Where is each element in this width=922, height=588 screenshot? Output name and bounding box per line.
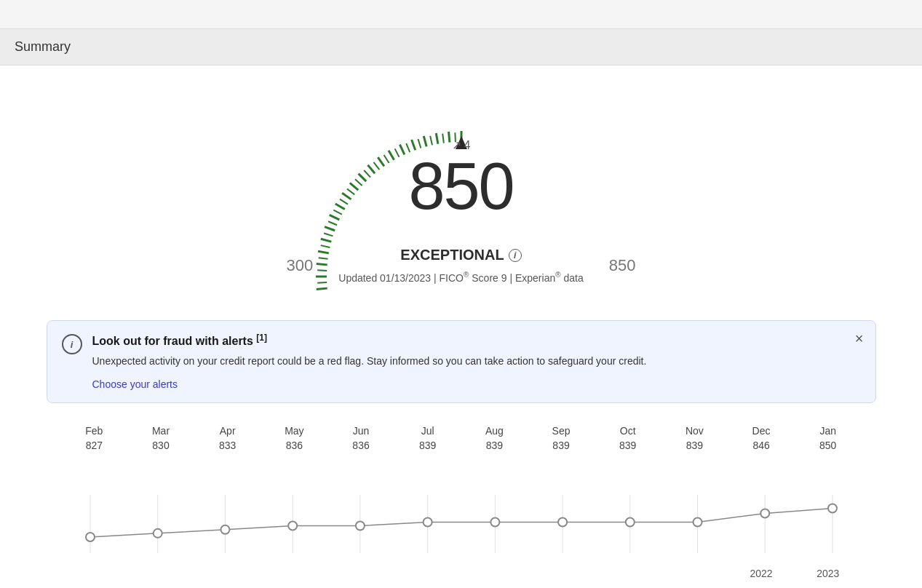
chart-month-col: Feb 827 (61, 425, 128, 495)
svg-line-28 (367, 165, 375, 173)
chart-container: Feb 827 Mar 830 Apr 833 May 836 Jun 836 … (47, 418, 876, 588)
chart-month-col: Mar 830 (127, 425, 194, 495)
svg-line-24 (335, 204, 344, 210)
top-nav (0, 0, 922, 29)
chart-dot (220, 525, 229, 534)
month-score: 833 (219, 440, 236, 451)
chart-month-col: Nov 839 (661, 425, 728, 495)
summary-header: Summary (0, 29, 922, 65)
updated-text: Updated 01/13/2023 | FICO® Score 9 | Exp… (338, 271, 583, 284)
chart-month-col: Aug 839 (461, 425, 528, 495)
chart-dot (760, 509, 769, 518)
chart-month-col: Dec 846 (728, 425, 795, 495)
svg-line-44 (333, 210, 342, 215)
score-min: 300 (287, 256, 314, 275)
month-label: Jun (353, 425, 370, 437)
gauge-container: ↗ 4 850 300 EXCEPTIONAL i Updated 01/13/… (279, 80, 643, 306)
month-score: 839 (686, 440, 703, 451)
svg-line-43 (328, 221, 337, 225)
year-label: 2022 (728, 568, 795, 579)
chart-month-col: Jan 850 (795, 425, 862, 495)
chart-month-col: Sep 839 (528, 425, 595, 495)
month-label: Jul (421, 425, 434, 437)
month-label: Apr (220, 425, 236, 437)
year-label-col (194, 568, 261, 579)
alert-banner: i Look out for fraud with alerts [1] Une… (47, 320, 876, 403)
svg-line-50 (383, 155, 389, 163)
year-label-col (528, 568, 595, 579)
month-score: 827 (86, 440, 103, 451)
alert-footnote: [1] (256, 333, 267, 343)
score-labels: 300 EXCEPTIONAL i Updated 01/13/2023 | F… (287, 247, 636, 284)
month-score: 846 (752, 440, 769, 451)
chart-month-col: Jul 839 (394, 425, 461, 495)
month-label: Jan (819, 425, 836, 437)
alert-close-button[interactable]: × (855, 331, 864, 346)
score-center: ↗ 4 850 (408, 138, 513, 219)
summary-title: Summary (15, 39, 71, 54)
chart-dot (423, 518, 432, 527)
svg-line-26 (349, 183, 357, 190)
experian-reg: ® (555, 271, 560, 279)
chart-month-col: May 836 (261, 425, 328, 495)
chart-dot (288, 522, 297, 531)
svg-line-31 (400, 145, 404, 155)
chart-dot (828, 504, 837, 513)
fico-reg: ® (464, 271, 469, 279)
year-label-col (127, 568, 194, 579)
year-label-col (595, 568, 661, 579)
month-label: Mar (152, 425, 170, 437)
month-label: Nov (685, 425, 704, 437)
month-label: Feb (85, 425, 103, 437)
score-type: Score 9 | Experian (472, 272, 555, 284)
month-score: 830 (152, 440, 169, 451)
data-label: data (563, 272, 583, 284)
year-label-col (61, 568, 128, 579)
svg-line-42 (324, 233, 333, 236)
svg-line-17 (316, 288, 327, 289)
rating-label: EXCEPTIONAL (400, 247, 504, 263)
year-label-col (461, 568, 528, 579)
chart-dot (558, 518, 567, 527)
alert-title: Look out for fraud with alerts [1] (92, 333, 861, 348)
month-label: Sep (552, 425, 571, 437)
alert-content: Look out for fraud with alerts [1] Unexp… (92, 333, 861, 391)
year-label-col (327, 568, 394, 579)
chart-line-area (61, 495, 862, 553)
year-labels: 20222023 (47, 568, 876, 579)
month-score: 839 (486, 440, 503, 451)
svg-line-51 (394, 148, 399, 157)
chart-dot (153, 529, 162, 538)
chart-dot (490, 518, 499, 527)
month-label: May (285, 425, 303, 437)
month-score: 850 (819, 440, 836, 451)
alert-info-icon: i (62, 334, 82, 354)
month-score: 836 (286, 440, 303, 451)
chart-dot (86, 533, 95, 541)
year-label-col (261, 568, 328, 579)
svg-line-49 (373, 162, 379, 170)
month-label: Dec (752, 425, 771, 437)
month-score: 839 (552, 440, 569, 451)
svg-line-30 (389, 151, 394, 160)
month-score: 839 (419, 440, 436, 451)
svg-line-45 (340, 199, 348, 204)
svg-line-27 (358, 174, 366, 182)
choose-alerts-link[interactable]: Choose your alerts (92, 378, 178, 390)
year-label: 2023 (795, 568, 862, 579)
chart-line-svg (61, 495, 862, 553)
month-score: 839 (619, 440, 636, 451)
chart-month-col: Jun 836 (327, 425, 394, 495)
month-label: Aug (485, 425, 504, 437)
svg-line-25 (342, 193, 351, 199)
info-icon[interactable]: i (509, 249, 522, 262)
chart-months: Feb 827 Mar 830 Apr 833 May 836 Jun 836 … (47, 425, 876, 495)
main-content: ↗ 4 850 300 EXCEPTIONAL i Updated 01/13/… (0, 65, 922, 588)
chart-dot (355, 522, 364, 531)
score-main-value: 850 (408, 154, 513, 219)
svg-line-22 (325, 227, 335, 231)
svg-line-23 (329, 215, 339, 219)
year-label-col (394, 568, 461, 579)
svg-line-21 (320, 239, 330, 242)
svg-line-29 (378, 157, 384, 166)
